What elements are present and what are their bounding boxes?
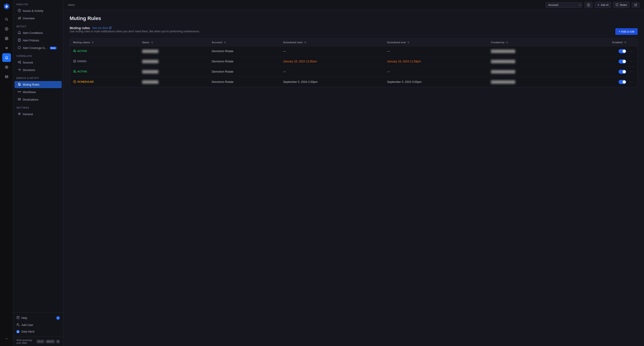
sidebar-item-general[interactable]: General	[14, 111, 62, 118]
col-created-by[interactable]: Created by ⇅	[488, 39, 566, 46]
name-cell: ████████	[139, 67, 208, 77]
svg-point-38	[19, 113, 20, 114]
alert-policies-label: Alert Policies	[23, 39, 39, 42]
sort-icon-status: ⇅	[92, 41, 94, 44]
more-options-button[interactable]: ···	[628, 69, 634, 74]
add-user-icon	[16, 323, 20, 327]
col-enabled[interactable]: Enabled ⇅	[566, 39, 638, 46]
svg-rect-35	[20, 92, 21, 92]
enabled-toggle[interactable]	[618, 49, 626, 53]
sidebar-item-overview[interactable]: Overview	[14, 15, 62, 22]
col-scheduled-end-label: Scheduled end	[387, 41, 406, 44]
help-button[interactable]	[584, 2, 592, 8]
capabilities-icon[interactable]	[2, 34, 11, 43]
beta-badge: Beta	[50, 47, 56, 50]
sidebar-data-nerd[interactable]: D Data Nerd	[13, 328, 63, 335]
add-rule-button[interactable]: + Add a rule	[615, 28, 638, 35]
scheduled-end-cell: —	[384, 46, 488, 56]
account-value: Demotron Rotate	[212, 80, 233, 84]
sidebar-item-workflows[interactable]: Workflows	[14, 88, 62, 96]
share-label: Share	[620, 4, 627, 6]
more-options-button[interactable]: ···	[628, 59, 634, 64]
settings-section-label: SETTINGS	[13, 103, 63, 110]
table-row: SCHEDULED ████████ Demotron Rotate Septe…	[70, 77, 638, 87]
sidebar-item-alert-policies[interactable]: Alert Policies	[14, 37, 62, 44]
sidebar-item-alert-coverage[interactable]: Alert Coverage G... Beta	[14, 44, 62, 52]
alert-policies-icon	[18, 38, 21, 42]
sidebar-item-issues[interactable]: Issues & Activity	[14, 7, 62, 14]
account-selector[interactable]: Account:	[546, 2, 582, 8]
more-icon[interactable]: ···	[2, 334, 11, 343]
svg-line-32	[19, 62, 20, 63]
account-cell: Demotron Rotate	[208, 77, 280, 87]
query-shortcut-bar: Start querying your data Ctrl Shift O	[13, 337, 63, 346]
sidebar-add-user[interactable]: Add User	[13, 322, 63, 328]
general-label: General	[23, 113, 33, 116]
enrich-notify-section-label: ENRICH & NOTIFY	[13, 74, 63, 81]
workflows-label: Workflows	[23, 90, 36, 94]
col-name-label: Name	[142, 41, 149, 44]
kubernetes-icon[interactable]	[2, 63, 11, 72]
rule-name-blurred: ████████	[142, 70, 158, 73]
svg-rect-11	[7, 39, 8, 40]
sidebar-item-sources[interactable]: Sources	[14, 59, 62, 66]
svg-rect-23	[20, 16, 21, 19]
enabled-cell: ···	[566, 67, 638, 77]
svg-rect-10	[5, 39, 6, 40]
enabled-toggle[interactable]	[618, 70, 626, 74]
col-scheduled-end[interactable]: Scheduled end ⇅	[384, 39, 488, 46]
correlate-section-label: CORRELATE	[13, 52, 63, 59]
share-button[interactable]: Share	[613, 2, 630, 8]
sidebar-item-destinations[interactable]: Destinations	[14, 96, 62, 103]
sidebar-item-decisions[interactable]: Decisions	[14, 66, 62, 74]
section-header: Muting rules See our docs Use muting rul…	[70, 26, 638, 37]
scheduled-start-value: September 5, 2024 2:30pm	[283, 80, 318, 84]
name-cell: ████████	[139, 56, 208, 67]
infrastructure-icon[interactable]	[2, 72, 11, 81]
scheduled-start-value: —	[283, 50, 286, 53]
integrations-icon[interactable]	[2, 24, 11, 33]
table-body: ACTIVE ████████ Demotron Rotate —	[70, 46, 638, 87]
sidebar-help[interactable]: Help 5	[13, 314, 63, 322]
ask-ai-button[interactable]: ✦ Ask AI	[595, 2, 611, 8]
sidebar-item-alert-conditions[interactable]: Alert Conditions	[14, 29, 62, 36]
enabled-toggle[interactable]	[618, 80, 626, 84]
svg-point-30	[20, 62, 21, 64]
add-user-label: Add User	[22, 324, 33, 327]
col-status[interactable]: Muting status ⇅	[70, 39, 139, 46]
more-options-button[interactable]: ···	[628, 49, 634, 54]
scheduled-end-value: —	[387, 70, 390, 73]
svg-rect-17	[5, 77, 8, 78]
more-options-button[interactable]: ···	[628, 80, 634, 84]
col-name[interactable]: Name ⇅	[139, 39, 208, 46]
see-docs-link[interactable]: See our docs	[92, 26, 112, 30]
svg-point-44	[587, 4, 590, 6]
sidebar-item-muting-rules[interactable]: Muting Rules	[14, 81, 62, 88]
all-entities-icon[interactable]	[2, 44, 11, 52]
sort-icon-start: ⇅	[304, 41, 306, 44]
svg-point-29	[20, 61, 21, 62]
key-shift: Shift	[46, 340, 55, 343]
sort-icon-account: ⇅	[224, 41, 226, 44]
created-by-cell: ████████████	[488, 67, 566, 77]
status-cell: ACTIVE	[70, 46, 139, 56]
scheduled-start-cell: —	[280, 67, 384, 77]
external-link-button[interactable]	[632, 2, 640, 8]
col-scheduled-start[interactable]: Scheduled start ⇅	[280, 39, 384, 46]
ended-icon	[73, 60, 76, 63]
scheduled-end-cell: —	[384, 67, 488, 77]
help-label: Help	[22, 316, 27, 320]
quick-find-icon[interactable]	[2, 15, 11, 24]
status-cell: SCHEDULED	[70, 77, 139, 87]
account-selector-wrap: Account:	[546, 2, 582, 8]
alerts-icon[interactable]	[2, 53, 11, 62]
status-badge-ended: ENDED	[73, 60, 87, 63]
col-account[interactable]: Account ⇅	[208, 39, 280, 46]
status-badge-active: ACTIVE	[73, 50, 87, 52]
svg-line-31	[19, 62, 20, 62]
muting-rules-table: Muting status ⇅ Name ⇅ Account ⇅ Sched	[70, 38, 638, 87]
svg-point-45	[588, 6, 588, 6]
scheduled-end-value: January 18, 2024 11:59pm	[387, 60, 421, 63]
enabled-toggle[interactable]	[618, 60, 626, 64]
mute-active-icon	[73, 50, 76, 52]
